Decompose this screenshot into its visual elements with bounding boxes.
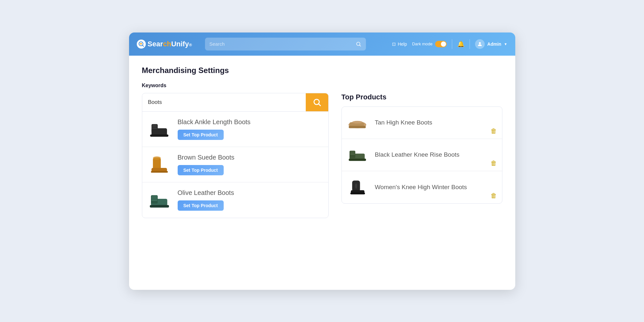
set-top-product-button-3[interactable]: Set Top Product — [178, 200, 224, 211]
product-info-3: Olive Leather Boots Set Top Product — [178, 189, 322, 211]
top-products-title: Top Products — [341, 93, 502, 101]
svg-line-1 — [142, 45, 144, 46]
delete-top-product-button-2[interactable]: 🗑 — [490, 160, 497, 167]
top-products-list: Tan High Knee Boots 🗑 — [341, 106, 502, 204]
admin-label: Admin — [487, 41, 501, 47]
dark-green-boots-icon — [348, 146, 369, 164]
global-search-input[interactable] — [210, 41, 352, 47]
global-search-icon — [356, 41, 361, 47]
admin-chevron-icon: ▼ — [504, 42, 508, 46]
olive-boots-icon — [149, 190, 171, 210]
svg-point-2 — [140, 43, 142, 44]
product-name-1: Black Ankle Length Boots — [178, 118, 322, 126]
list-item: Brown Suede Boots Set Top Product — [142, 147, 328, 182]
list-item: Black Ankle Length Boots Set Top Product — [142, 112, 328, 147]
keyword-search-panel: Black Ankle Length Boots Set Top Product — [142, 93, 329, 218]
notifications-button[interactable]: 🔔 — [457, 41, 464, 48]
product-image-black-boots — [149, 118, 171, 140]
tan-boots-icon — [348, 114, 369, 132]
delete-top-product-button-1[interactable]: 🗑 — [490, 127, 497, 135]
global-search-bar[interactable] — [205, 38, 366, 51]
product-list: Black Ankle Length Boots Set Top Product — [142, 112, 328, 218]
help-button[interactable]: ⊡ Help — [392, 41, 407, 47]
bell-icon: 🔔 — [457, 41, 464, 48]
top-product-name-1: Tan High Knee Boots — [375, 119, 496, 126]
top-product-name-3: Women's Knee High Winter Boots — [375, 184, 496, 191]
svg-point-38 — [355, 183, 357, 189]
svg-point-28 — [352, 121, 363, 123]
keyword-input[interactable] — [142, 95, 306, 110]
logo: SearchUnify® — [137, 40, 192, 49]
svg-point-17 — [153, 156, 161, 160]
svg-line-4 — [359, 45, 360, 46]
product-info-2: Brown Suede Boots Set Top Product — [178, 154, 322, 175]
logo-icon — [137, 40, 146, 49]
delete-top-product-button-3[interactable]: 🗑 — [490, 192, 497, 199]
keyword-search-icon — [313, 98, 322, 107]
product-name-2: Brown Suede Boots — [178, 154, 322, 161]
product-image-brown-boots — [149, 153, 171, 176]
help-label: Help — [398, 41, 407, 47]
product-image-olive-boots — [149, 189, 171, 211]
set-top-product-button-2[interactable]: Set Top Product — [178, 165, 224, 175]
svg-rect-27 — [349, 126, 366, 128]
svg-rect-20 — [150, 205, 169, 207]
page-title: Merchandising Settings — [142, 66, 502, 75]
dark-mode-section: Dark mode — [412, 41, 447, 47]
admin-menu-button[interactable]: Admin ▼ — [475, 39, 507, 49]
brown-boots-icon — [149, 155, 171, 174]
header-divider — [452, 39, 452, 49]
header: SearchUnify® ⊡ Help Dark mode 🔔 — [129, 32, 515, 56]
help-icon: ⊡ — [392, 41, 396, 47]
product-info-1: Black Ankle Length Boots Set Top Product — [178, 118, 322, 140]
set-top-product-button-1[interactable]: Set Top Product — [178, 130, 224, 140]
list-item: Olive Leather Boots Set Top Product — [142, 182, 328, 218]
keyword-search-button[interactable] — [306, 93, 328, 111]
svg-line-7 — [319, 104, 320, 106]
app-window: SearchUnify® ⊡ Help Dark mode 🔔 — [129, 32, 515, 290]
list-item: Tan High Knee Boots 🗑 — [342, 107, 502, 139]
keywords-label: Keywords — [142, 83, 502, 88]
svg-rect-31 — [349, 158, 366, 161]
admin-avatar — [475, 39, 485, 49]
product-name-3: Olive Leather Boots — [178, 189, 322, 197]
svg-point-5 — [479, 42, 481, 44]
dark-mode-label: Dark mode — [412, 41, 433, 46]
svg-rect-10 — [150, 134, 168, 137]
keyword-search-bar — [142, 93, 328, 112]
main-content: Merchandising Settings Keywords — [129, 56, 515, 228]
top-products-panel: Top Products Tan High Knee Boots 🗑 — [341, 93, 502, 204]
dark-mode-toggle[interactable] — [435, 41, 447, 47]
header-right: ⊡ Help Dark mode 🔔 Admin ▼ — [392, 39, 508, 49]
svg-rect-37 — [350, 193, 365, 195]
black-boots-icon — [149, 119, 171, 139]
header-divider-2 — [470, 39, 470, 49]
list-item: Women's Knee High Winter Boots 🗑 — [342, 171, 502, 203]
womens-boots-icon — [348, 178, 369, 196]
svg-rect-16 — [151, 171, 168, 173]
two-column-layout: Black Ankle Length Boots Set Top Product — [142, 93, 502, 218]
logo-text: SearchUnify® — [148, 40, 192, 48]
top-product-name-2: Black Leather Knee Rise Boots — [375, 151, 496, 158]
list-item: Black Leather Knee Rise Boots 🗑 — [342, 139, 502, 171]
